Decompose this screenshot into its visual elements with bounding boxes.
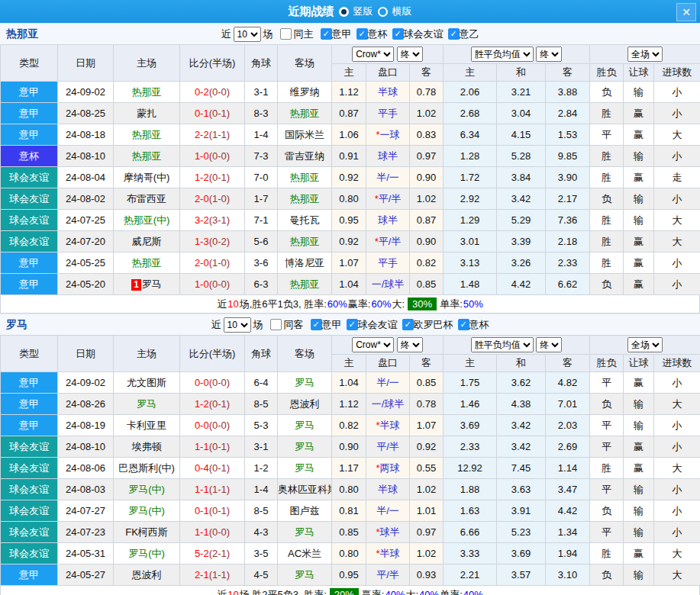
league-filter-label[interactable]: 意杯 <box>469 318 489 332</box>
avg-home-cell: 1.75 <box>444 372 497 394</box>
winloss-cell: 胜 <box>590 252 624 274</box>
score-cell: 2-0(1-0) <box>180 188 245 210</box>
summary-segment: 单率: <box>440 298 463 311</box>
home-team-cell: 热那亚 <box>114 146 180 167</box>
league-filter-label[interactable]: 意杯 <box>368 27 388 41</box>
recent-count-select[interactable]: 10 <box>234 27 261 42</box>
handicap-result-cell: 赢 <box>624 458 654 479</box>
close-icon[interactable]: ✕ <box>676 3 696 21</box>
avg-home-cell: 1.88 <box>444 479 497 500</box>
league-filter-label[interactable]: 意甲 <box>322 318 342 332</box>
league-checkbox-checked-icon[interactable]: ✓ <box>356 28 368 40</box>
home-team-name: 布雷西亚 <box>127 193 166 204</box>
away-team-name: 奥林匹亚科斯 <box>278 484 332 495</box>
handicap-result-cell: 输 <box>624 394 654 415</box>
away-team-cell: 恩波利 <box>278 394 332 415</box>
handicap-result-cell: 输 <box>624 146 654 167</box>
corner-cell: 7-1 <box>245 210 278 231</box>
table-row: 球会友谊24-08-02布雷西亚2-0(1-0)1-7热那亚0.80*平/半1.… <box>1 188 700 210</box>
avg-select[interactable]: 胜平负均值 <box>471 337 534 352</box>
away-team-cell: 罗马 <box>278 564 332 586</box>
col-type: 类型 <box>1 45 58 82</box>
portrait-radio-icon[interactable] <box>339 7 349 17</box>
results-table: 类型 日期 主场 比分(半场) 角球 客场 Crow* 终 胜平负均值 终 <box>0 335 700 586</box>
league-checkbox-checked-icon[interactable]: ✓ <box>321 28 332 40</box>
col-odds-home: 主 <box>332 64 366 82</box>
section-header: 罗马 近 10 场 同客 ✓意甲✓球会友谊✓欧罗巴杯✓意杯 <box>0 314 700 335</box>
handicap-result-cell: 输 <box>624 210 654 231</box>
away-team-name: 博洛尼亚 <box>285 257 324 269</box>
bookmaker-select[interactable]: Crow* <box>352 47 394 62</box>
avg-final-select[interactable]: 终 <box>536 47 562 62</box>
handicap-cell: *半球 <box>366 543 410 564</box>
halftime-score: (0-2) <box>209 236 230 247</box>
league-filter-label[interactable]: 欧罗巴杯 <box>414 318 453 332</box>
league-checkbox-checked-icon[interactable]: ✓ <box>448 28 460 40</box>
goals-result-cell: 大 <box>654 564 700 586</box>
score-cell: 1-1(0-1) <box>180 436 245 458</box>
away-odds-cell: 0.90 <box>410 231 444 252</box>
same-venue-label[interactable]: 同客 <box>284 318 304 332</box>
away-team-cell: AC米兰 <box>278 543 332 564</box>
handicap-value: 半/一 <box>376 505 399 516</box>
landscape-radio-label[interactable]: 横版 <box>392 5 412 18</box>
bookmaker-final-select[interactable]: 终 <box>397 47 423 62</box>
goals-result-cell: 小 <box>654 436 700 458</box>
date-cell: 24-08-10 <box>58 436 114 458</box>
same-venue-checkbox[interactable] <box>280 28 292 40</box>
col-avg-home: 主 <box>444 355 497 372</box>
avg-home-cell: 1.29 <box>444 210 497 231</box>
recent-count-select[interactable]: 10 <box>224 317 251 333</box>
league-cell: 意甲 <box>1 103 58 124</box>
league-checkbox-checked-icon[interactable]: ✓ <box>311 319 322 330</box>
avg-away-cell: 2.17 <box>546 188 590 210</box>
league-filter-label[interactable]: 球会友谊 <box>358 318 398 332</box>
summary-segment: 30% <box>408 298 437 310</box>
col-goals: 进球数 <box>654 64 700 82</box>
league-filter-label[interactable]: 意甲 <box>332 27 352 41</box>
avg-draw-cell: 3.42 <box>497 188 546 210</box>
fullmatch-select-cell: 全场 <box>590 336 700 355</box>
home-team-cell: FK柯西斯 <box>114 522 180 543</box>
table-row: 意甲24-08-26罗马1-2(0-1)8-5恩波利1.12一/球半0.781.… <box>1 394 700 415</box>
fullmatch-select[interactable]: 全场 <box>627 47 663 62</box>
league-checkbox-checked-icon[interactable]: ✓ <box>458 319 469 330</box>
handicap-cell: *球半 <box>366 522 410 543</box>
bookmaker-final-select[interactable]: 终 <box>397 337 423 352</box>
landscape-radio-icon[interactable] <box>378 7 388 17</box>
away-team-name: 热那亚 <box>290 193 320 204</box>
avg-final-select[interactable]: 终 <box>536 337 562 352</box>
goals-result-cell: 小 <box>654 415 700 436</box>
home-odds-cell: 1.04 <box>332 372 366 394</box>
bookmaker-select[interactable]: Crow* <box>352 337 394 352</box>
avg-draw-cell: 3.42 <box>497 436 546 458</box>
same-venue-checkbox[interactable] <box>270 319 282 330</box>
away-team-name: 罗马 <box>295 441 315 452</box>
date-cell: 24-08-03 <box>58 479 114 500</box>
col-type: 类型 <box>1 336 58 372</box>
score-cell: 0-0(0-0) <box>180 372 245 394</box>
fulltime-score: 5-2 <box>195 548 209 559</box>
fullmatch-select[interactable]: 全场 <box>627 337 663 352</box>
league-checkbox-checked-icon[interactable]: ✓ <box>402 319 414 330</box>
handicap-cell: 平/半 <box>366 564 410 586</box>
goals-result-cell: 小 <box>654 103 700 124</box>
goals-result-cell: 走 <box>654 167 700 188</box>
same-venue-label[interactable]: 同主 <box>294 27 314 41</box>
avg-select[interactable]: 胜平负均值 <box>471 47 534 62</box>
section-header: 热那亚 近 10 场 同主 ✓意甲✓意杯✓球会友谊✓意乙 <box>0 23 700 44</box>
league-cell: 球会友谊 <box>1 479 58 500</box>
col-corner: 角球 <box>245 336 278 372</box>
league-cell: 球会友谊 <box>1 436 58 458</box>
league-cell: 意甲 <box>1 124 58 146</box>
league-checkbox-checked-icon[interactable]: ✓ <box>347 319 358 330</box>
league-filter-label[interactable]: 意乙 <box>460 27 479 41</box>
avg-draw-cell: 3.26 <box>497 252 546 274</box>
league-checkbox-checked-icon[interactable]: ✓ <box>392 28 404 40</box>
away-team-name: 热那亚 <box>290 236 320 247</box>
table-row: 意甲24-09-02热那亚0-2(0-0)3-1维罗纳1.12半球0.782.0… <box>1 82 700 103</box>
league-filter-label[interactable]: 球会友谊 <box>404 27 444 41</box>
filter-bar: 近 10 场 同客 ✓意甲✓球会友谊✓欧罗巴杯✓意杯 <box>211 317 489 333</box>
away-team-cell: 奥林匹亚科斯 <box>278 479 332 500</box>
portrait-radio-label[interactable]: 竖版 <box>353 5 373 18</box>
